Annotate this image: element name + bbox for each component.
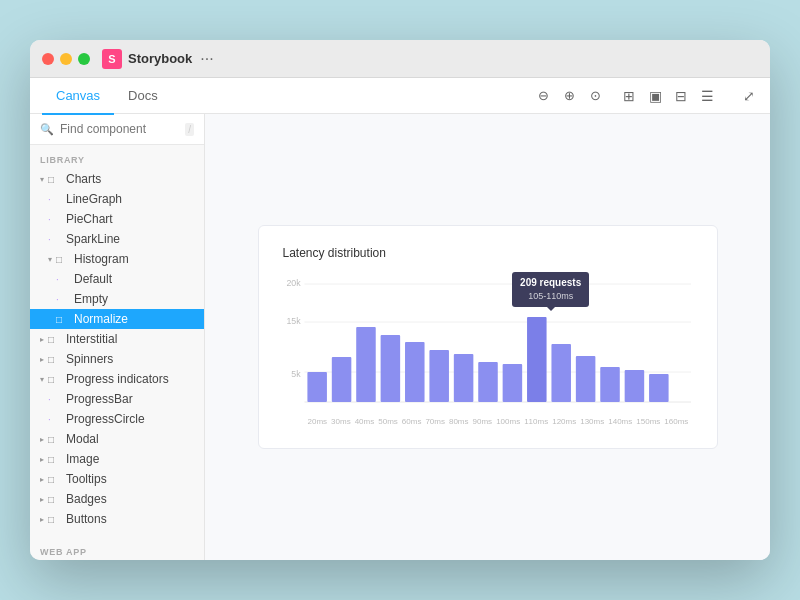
grid-icon[interactable]: ⊞ bbox=[620, 87, 638, 105]
tooltip-range: 105-110ms bbox=[520, 290, 581, 303]
zoom-reset-icon[interactable]: ⊙ bbox=[586, 87, 604, 105]
story-icon: · bbox=[56, 274, 70, 285]
svg-rect-18 bbox=[575, 356, 595, 402]
sidebar-item-histogram[interactable]: ▾ □ Histogram bbox=[30, 249, 204, 269]
x-label-90ms: 90ms bbox=[473, 417, 493, 426]
svg-rect-8 bbox=[331, 357, 351, 402]
story-icon: · bbox=[48, 214, 62, 225]
sidebar-item-interstitial[interactable]: ▸ □ Interstitial bbox=[30, 329, 204, 349]
chevron-icon: ▸ bbox=[40, 355, 44, 364]
folder-icon: □ bbox=[48, 434, 62, 445]
folder-icon: □ bbox=[48, 474, 62, 485]
svg-rect-14 bbox=[478, 362, 498, 402]
sidebar-item-default[interactable]: · Default bbox=[30, 269, 204, 289]
sidebar-item-normalize[interactable]: □ Normalize bbox=[30, 309, 204, 329]
search-icon: 🔍 bbox=[40, 123, 54, 136]
measure-icon[interactable]: ⊟ bbox=[672, 87, 690, 105]
x-label-140ms: 140ms bbox=[608, 417, 632, 426]
folder-icon: □ bbox=[48, 174, 62, 185]
story-icon: · bbox=[48, 414, 62, 425]
layout-icon[interactable]: ☰ bbox=[698, 87, 716, 105]
zoom-out-icon[interactable]: ⊖ bbox=[534, 87, 552, 105]
svg-rect-15 bbox=[502, 364, 522, 402]
zoom-in-icon[interactable]: ⊕ bbox=[560, 87, 578, 105]
svg-rect-10 bbox=[380, 335, 400, 402]
toolbar-icons: ⊖ ⊕ ⊙ ⊞ ▣ ⊟ ☰ ⤢ bbox=[534, 87, 758, 105]
menu-dots-button[interactable]: ··· bbox=[200, 50, 213, 68]
toolbar: Canvas Docs ⊖ ⊕ ⊙ ⊞ ▣ ⊟ ☰ ⤢ bbox=[30, 78, 770, 114]
chevron-icon: ▸ bbox=[40, 515, 44, 524]
svg-rect-11 bbox=[405, 342, 425, 402]
fullscreen-icon[interactable]: ⤢ bbox=[740, 87, 758, 105]
app-name: Storybook bbox=[128, 51, 192, 66]
sidebar-item-charts[interactable]: ▾ □ Charts bbox=[30, 169, 204, 189]
sidebar-item-progressbar[interactable]: · ProgressBar bbox=[30, 389, 204, 409]
svg-text:5k: 5k bbox=[291, 369, 301, 379]
chevron-icon: ▸ bbox=[40, 475, 44, 484]
library-section-label: LIBRARY bbox=[30, 145, 204, 169]
x-label-150ms: 150ms bbox=[636, 417, 660, 426]
chart-area: 209 requests 105-110ms 20k 15k 5k bbox=[283, 272, 693, 432]
canvas-area: Latency distribution 209 requests 105-11… bbox=[205, 114, 770, 560]
story-icon: · bbox=[48, 234, 62, 245]
search-input[interactable] bbox=[60, 122, 179, 136]
x-label-30ms: 30ms bbox=[331, 417, 351, 426]
chevron-icon: ▾ bbox=[48, 255, 52, 264]
sidebar-item-spinners[interactable]: ▸ □ Spinners bbox=[30, 349, 204, 369]
sidebar-item-linegraph[interactable]: · LineGraph bbox=[30, 189, 204, 209]
x-label-80ms: 80ms bbox=[449, 417, 469, 426]
chevron-icon: ▸ bbox=[40, 495, 44, 504]
webapp-section-label: WEB APP bbox=[30, 537, 204, 560]
tooltip-requests: 209 requests bbox=[520, 276, 581, 290]
chart-title: Latency distribution bbox=[283, 246, 693, 260]
folder-icon: □ bbox=[48, 514, 62, 525]
logo-icon: S bbox=[102, 49, 122, 69]
folder-icon: □ bbox=[56, 254, 70, 265]
x-label-100ms: 100ms bbox=[496, 417, 520, 426]
svg-rect-16 bbox=[527, 317, 547, 402]
chart-tooltip: 209 requests 105-110ms bbox=[512, 272, 589, 307]
minimize-button[interactable] bbox=[60, 53, 72, 65]
svg-rect-17 bbox=[551, 344, 571, 402]
sidebar-item-empty[interactable]: · Empty bbox=[30, 289, 204, 309]
svg-rect-13 bbox=[453, 354, 473, 402]
x-label-70ms: 70ms bbox=[425, 417, 445, 426]
svg-text:20k: 20k bbox=[286, 278, 301, 288]
search-bar: 🔍 / bbox=[30, 114, 204, 145]
sidebar-item-badges[interactable]: ▸ □ Badges bbox=[30, 489, 204, 509]
story-icon: · bbox=[48, 394, 62, 405]
chevron-icon: ▸ bbox=[40, 335, 44, 344]
sidebar-item-modal[interactable]: ▸ □ Modal bbox=[30, 429, 204, 449]
close-button[interactable] bbox=[42, 53, 54, 65]
search-shortcut: / bbox=[185, 123, 194, 136]
sidebar-item-sparkline[interactable]: · SparkLine bbox=[30, 229, 204, 249]
x-label-40ms: 40ms bbox=[355, 417, 375, 426]
x-label-60ms: 60ms bbox=[402, 417, 422, 426]
svg-rect-9 bbox=[356, 327, 376, 402]
sidebar-item-piechart[interactable]: · PieChart bbox=[30, 209, 204, 229]
chevron-icon: ▸ bbox=[40, 435, 44, 444]
sidebar-item-tooltips[interactable]: ▸ □ Tooltips bbox=[30, 469, 204, 489]
folder-icon: □ bbox=[48, 494, 62, 505]
folder-icon: □ bbox=[48, 334, 62, 345]
sidebar-item-progresscircle[interactable]: · ProgressCircle bbox=[30, 409, 204, 429]
folder-icon: □ bbox=[48, 374, 62, 385]
sidebar-item-image[interactable]: ▸ □ Image bbox=[30, 449, 204, 469]
x-label-50ms: 50ms bbox=[378, 417, 398, 426]
main-content: 🔍 / LIBRARY ▾ □ Charts · LineGraph · Pie… bbox=[30, 114, 770, 560]
story-icon: · bbox=[48, 194, 62, 205]
maximize-button[interactable] bbox=[78, 53, 90, 65]
tab-canvas[interactable]: Canvas bbox=[42, 79, 114, 115]
frame-icon[interactable]: ▣ bbox=[646, 87, 664, 105]
svg-text:15k: 15k bbox=[286, 316, 301, 326]
chart-container: Latency distribution 209 requests 105-11… bbox=[258, 225, 718, 449]
x-label-160ms: 160ms bbox=[664, 417, 688, 426]
svg-rect-19 bbox=[600, 367, 620, 402]
svg-rect-7 bbox=[307, 372, 327, 402]
sidebar-item-progress-indicators[interactable]: ▾ □ Progress indicators bbox=[30, 369, 204, 389]
folder-icon: □ bbox=[48, 354, 62, 365]
app-logo: S Storybook bbox=[102, 49, 192, 69]
sidebar-item-buttons[interactable]: ▸ □ Buttons bbox=[30, 509, 204, 529]
tab-docs[interactable]: Docs bbox=[114, 79, 172, 115]
folder-icon: □ bbox=[48, 454, 62, 465]
